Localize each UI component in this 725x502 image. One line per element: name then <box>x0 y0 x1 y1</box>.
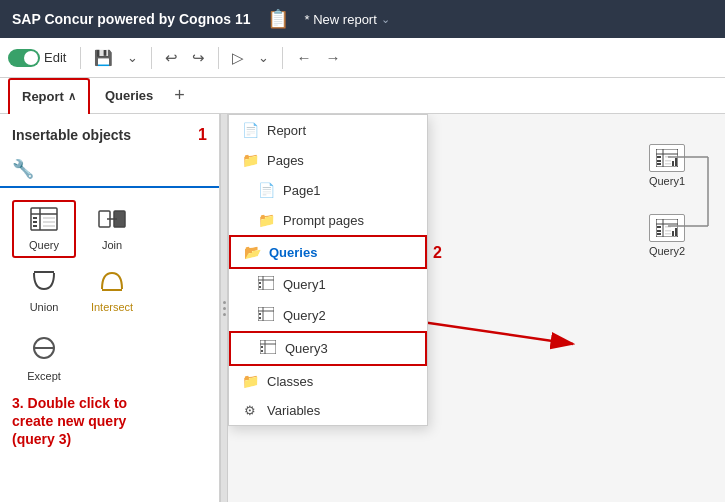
run-button[interactable]: ▷ <box>227 46 249 70</box>
svg-rect-3 <box>33 217 37 219</box>
titlebar-icon: 📋 <box>267 8 289 30</box>
prompt-pages-folder-icon: 📁 <box>257 212 275 228</box>
tab-add-button[interactable]: + <box>168 85 191 106</box>
menu-item-variables[interactable]: ⚙ Variables <box>229 396 427 425</box>
svg-rect-20 <box>259 282 261 284</box>
right-area: 📄 Report 📁 Pages 📄 Page1 📁 Prompt pages … <box>228 114 725 502</box>
panel-title: Insertable objects <box>12 127 131 143</box>
step1-badge: 1 <box>198 126 207 144</box>
classes-folder-icon: 📁 <box>241 373 259 389</box>
redo-button[interactable]: ↪ <box>187 46 210 70</box>
svg-rect-51 <box>665 233 671 235</box>
obj-union[interactable]: Union <box>12 262 76 320</box>
panel-icon-row: 🔧 <box>0 152 219 188</box>
undo-button[interactable]: ↩ <box>160 46 183 70</box>
menu-item-query2[interactable]: Query2 <box>229 300 427 331</box>
panel-divider[interactable] <box>220 114 228 502</box>
obj-query[interactable]: Query <box>12 200 76 258</box>
obj-query-label: Query <box>29 239 59 251</box>
canvas-query1-node[interactable]: Query1 <box>649 144 685 187</box>
main-area: Insertable objects 1 🔧 <box>0 114 725 502</box>
panel-header: Insertable objects 1 <box>0 122 219 152</box>
objects-grid: Query Join <box>0 192 219 328</box>
variables-icon: ⚙ <box>241 403 259 418</box>
svg-rect-30 <box>261 346 263 348</box>
toolbar-separator <box>80 47 81 69</box>
svg-rect-7 <box>43 221 55 223</box>
page1-file-icon: 📄 <box>257 182 275 198</box>
pages-folder-icon: 📁 <box>241 152 259 168</box>
svg-rect-8 <box>43 225 55 227</box>
obj-join[interactable]: Join <box>80 200 144 258</box>
dropdown-menu: 📄 Report 📁 Pages 📄 Page1 📁 Prompt pages … <box>228 114 428 426</box>
intersect-icon <box>98 269 126 297</box>
svg-rect-6 <box>43 217 55 219</box>
titlebar: SAP Concur powered by Cognos 11 📋 * New … <box>0 0 725 38</box>
toolbar: Edit 💾 ⌄ ↩ ↪ ▷ ⌄ ← → <box>0 38 725 78</box>
svg-rect-52 <box>672 231 674 236</box>
svg-rect-35 <box>657 156 661 158</box>
report-chevron-icon[interactable]: ⌄ <box>381 13 390 26</box>
tab-report[interactable]: Report ∧ <box>8 78 90 114</box>
canvas-query2-node[interactable]: Query2 <box>649 214 685 257</box>
canvas-query1-box <box>649 144 685 172</box>
queries-folder-icon: 📂 <box>243 244 261 260</box>
canvas-query1-label: Query1 <box>649 175 685 187</box>
nav-forward-button[interactable]: → <box>320 46 345 69</box>
app-title: SAP Concur powered by Cognos 11 <box>12 11 251 27</box>
svg-rect-36 <box>657 160 661 162</box>
svg-rect-39 <box>665 160 671 162</box>
tab-report-label: Report <box>22 89 64 104</box>
svg-rect-47 <box>657 230 661 232</box>
toggle-knob <box>24 51 38 65</box>
menu-item-pages[interactable]: 📁 Pages <box>229 145 427 175</box>
toolbar-separator-4 <box>282 47 283 69</box>
svg-rect-42 <box>675 158 677 166</box>
tab-report-chevron-icon: ∧ <box>68 90 76 103</box>
except-row: Except <box>0 328 219 390</box>
query2-table-icon <box>257 307 275 324</box>
edit-toggle[interactable] <box>8 49 40 67</box>
svg-rect-4 <box>33 221 37 223</box>
menu-item-report[interactable]: 📄 Report <box>229 115 427 145</box>
edit-label: Edit <box>44 50 66 65</box>
save-dropdown-button[interactable]: ⌄ <box>122 47 143 68</box>
svg-rect-25 <box>259 313 261 315</box>
obj-intersect[interactable]: Intersect <box>80 262 144 320</box>
tab-queries-label: Queries <box>105 88 153 103</box>
menu-item-prompt-pages[interactable]: 📁 Prompt pages <box>229 205 427 235</box>
toolbar-separator-2 <box>151 47 152 69</box>
join-icon <box>98 207 126 235</box>
svg-rect-46 <box>657 226 661 228</box>
canvas-query2-label: Query2 <box>649 245 685 257</box>
svg-rect-5 <box>33 225 37 227</box>
menu-item-page1[interactable]: 📄 Page1 <box>229 175 427 205</box>
nav-back-button[interactable]: ← <box>291 46 316 69</box>
menu-item-query3[interactable]: Query3 <box>229 331 427 366</box>
svg-rect-38 <box>665 156 671 158</box>
menu-item-classes[interactable]: 📁 Classes <box>229 366 427 396</box>
obj-except-label: Except <box>27 370 61 382</box>
query1-table-icon <box>257 276 275 293</box>
report-name: * New report ⌄ <box>305 12 390 27</box>
svg-rect-50 <box>665 230 671 232</box>
obj-union-label: Union <box>30 301 59 313</box>
annotation-text: 3. Double click to create new query (que… <box>12 394 152 449</box>
run-dropdown-button[interactable]: ⌄ <box>253 47 274 68</box>
obj-intersect-label: Intersect <box>91 301 133 313</box>
obj-except[interactable]: Except <box>12 336 76 382</box>
union-icon <box>30 269 58 297</box>
menu-item-queries[interactable]: 📂 Queries <box>229 235 427 269</box>
wrench-icon: 🔧 <box>12 158 34 180</box>
menu-item-query1[interactable]: Query1 <box>229 269 427 300</box>
svg-rect-49 <box>665 226 671 228</box>
left-panel: Insertable objects 1 🔧 <box>0 114 220 502</box>
svg-rect-48 <box>657 233 661 235</box>
svg-rect-26 <box>259 317 261 319</box>
save-button[interactable]: 💾 <box>89 46 118 70</box>
svg-rect-21 <box>259 286 261 288</box>
toolbar-separator-3 <box>218 47 219 69</box>
tab-queries[interactable]: Queries <box>92 78 166 114</box>
obj-join-label: Join <box>102 239 122 251</box>
svg-rect-31 <box>261 350 263 352</box>
